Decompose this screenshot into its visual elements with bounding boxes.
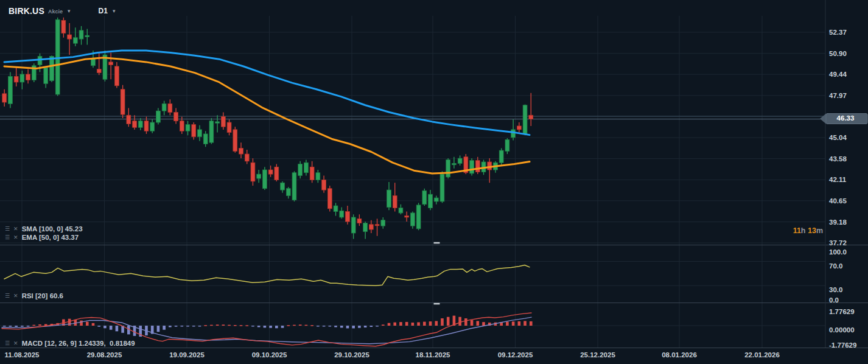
time-axis-label: 09.12.2025 [498, 351, 533, 359]
time-axis-label: 29.08.2025 [87, 351, 122, 359]
candle-countdown-timer: 11h 13m [793, 226, 823, 235]
indicator-close-icon[interactable]: ✕ [13, 293, 18, 299]
indicator-settings-icon[interactable]: ☰ [5, 234, 10, 240]
sma-indicator-label[interactable]: SMA [100, 0] 45.23 [22, 225, 83, 233]
macd-axis-label: 0.00000 [829, 326, 855, 334]
rsi-indicator-label[interactable]: RSI [20] 60.6 [22, 292, 63, 299]
macd-axis-label: 1.77629 [829, 307, 855, 316]
time-axis-label: 25.12.2025 [580, 351, 615, 359]
indicator-row-macd: ☰ ✕ MACD [12, 26, 9] 1.24339, 0.81849 [5, 339, 135, 348]
chevron-down-icon[interactable]: ▾ [68, 8, 71, 14]
price-axis-label: 42.11 [829, 175, 846, 184]
price-axis-label: 49.44 [829, 70, 847, 79]
price-axis-label: 52.37 [829, 28, 847, 37]
countdown-minutes-unit: m [816, 226, 823, 235]
time-axis-label: 22.01.2026 [744, 351, 780, 359]
time-axis-label: 09.10.2025 [252, 351, 287, 359]
time-axis-label: 18.11.2025 [416, 351, 450, 359]
chevron-down-icon[interactable]: ▾ [113, 8, 116, 14]
indicator-row-ema: ☰ ✕ EMA [50, 0] 43.37 [5, 233, 79, 242]
indicator-settings-icon[interactable]: ☰ [5, 293, 10, 299]
symbol-label[interactable]: BIRK.US [9, 6, 44, 16]
trading-chart-window: BIRK.US Akcie ▾ D1 ▾ ☰ ✕ SMA [100, 0] 45… [0, 0, 868, 364]
countdown-hours: 11 [793, 226, 801, 235]
chart-canvas[interactable] [0, 0, 868, 364]
price-axis-label: 37.72 [829, 239, 847, 247]
time-axis-label: 11.08.2025 [5, 351, 40, 359]
price-axis-label: 40.65 [829, 197, 847, 205]
current-price-tag: 46.33 [820, 113, 868, 124]
indicator-row-sma: ☰ ✕ SMA [100, 0] 45.23 [5, 225, 83, 233]
chart-header: BIRK.US Akcie ▾ D1 ▾ [9, 5, 115, 17]
rsi-axis-label: 70.0 [829, 262, 842, 270]
macd-axis-label: -1.77629 [829, 341, 856, 349]
indicator-row-rsi: ☰ ✕ RSI [20] 60.6 [5, 292, 63, 300]
indicator-close-icon[interactable]: ✕ [13, 234, 18, 240]
indicator-close-icon[interactable]: ✕ [13, 226, 18, 232]
rsi-axis-label: 100.0 [829, 248, 847, 256]
price-axis-label: 43.58 [829, 155, 847, 163]
price-axis-label: 45.04 [829, 133, 847, 142]
current-price-value: 46.33 [826, 114, 865, 122]
time-axis-label: 08.01.2026 [662, 351, 697, 359]
indicator-settings-icon[interactable]: ☰ [5, 340, 10, 346]
timeframe-selector[interactable]: D1 [99, 7, 108, 15]
price-axis-label: 39.18 [829, 218, 847, 226]
indicator-close-icon[interactable]: ✕ [13, 340, 18, 346]
price-axis-label: 47.97 [829, 91, 847, 100]
time-axis-label: 19.09.2025 [169, 351, 205, 359]
instrument-type-label: Akcie [48, 9, 63, 15]
countdown-minutes: 13 [808, 226, 816, 235]
time-axis-label: 29.10.2025 [334, 351, 369, 359]
rsi-axis-label: 30.0 [829, 285, 842, 294]
rsi-axis-label: 0.0 [829, 296, 839, 304]
price-axis-label: 50.90 [829, 49, 847, 58]
indicator-settings-icon[interactable]: ☰ [5, 226, 10, 232]
macd-indicator-label[interactable]: MACD [12, 26, 9] 1.24339, 0.81849 [22, 340, 135, 347]
ema-indicator-label[interactable]: EMA [50, 0] 43.37 [22, 234, 79, 241]
